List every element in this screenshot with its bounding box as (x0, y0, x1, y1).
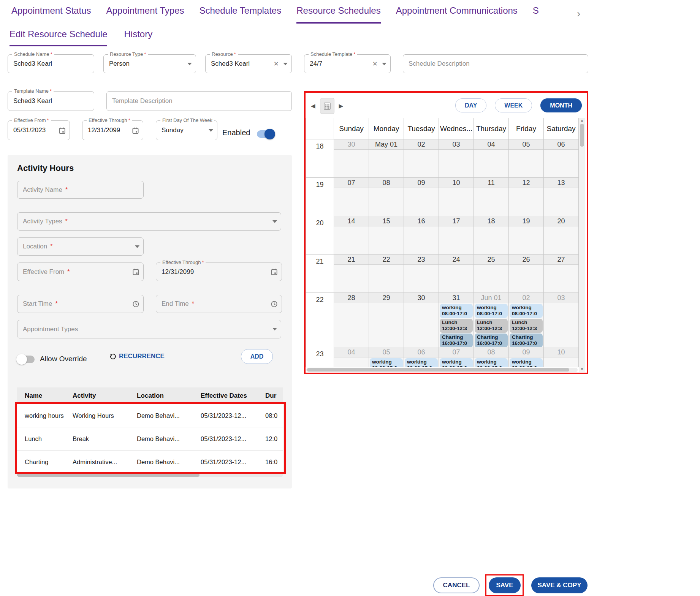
event-charting[interactable]: Charting16:00-17:0 (510, 334, 543, 347)
resource-field[interactable]: Resource* Sched3 Kearl × (205, 54, 292, 73)
location-field[interactable]: Location * (17, 237, 144, 256)
clear-icon[interactable]: × (274, 60, 279, 68)
day-cell[interactable]: 19 (509, 216, 544, 255)
dropdown-arrow-icon[interactable] (272, 220, 277, 223)
table-row[interactable]: working hoursWorking HoursDemo Behavi...… (17, 404, 283, 427)
calendar-horizontal-scrollbar[interactable] (306, 368, 578, 372)
day-cell[interactable]: 04 (474, 139, 509, 178)
recurrence-link[interactable]: RECURRENCE (109, 353, 165, 360)
day-cell[interactable]: 30 (334, 139, 369, 178)
day-cell[interactable]: 14 (334, 216, 369, 255)
event-charting[interactable]: Charting16:00-17:0 (440, 334, 473, 347)
nav-more-icon[interactable]: › (577, 8, 580, 20)
calendar-picker-button[interactable] (320, 98, 334, 114)
activity-effective-through-field[interactable]: Effective Through* 12/31/2099 (156, 262, 282, 281)
day-cell[interactable]: 27 (544, 255, 579, 293)
scroll-down-icon[interactable]: ▼ (580, 367, 584, 371)
allow-override-toggle[interactable] (17, 356, 35, 363)
calendar-icon[interactable] (59, 127, 66, 134)
template-description-field[interactable]: Template Description (106, 91, 292, 111)
day-cell[interactable]: 09working08:00-17:0 (509, 347, 544, 367)
event-lunch[interactable]: Lunch12:00-12:3 (475, 319, 508, 333)
day-cell[interactable]: 02 (404, 139, 439, 178)
calendar-icon[interactable] (132, 268, 139, 275)
day-cell[interactable]: 24 (439, 255, 474, 293)
day-cell[interactable]: 06 (544, 139, 579, 178)
event-working[interactable]: working08:00-17:0 (370, 358, 403, 367)
start-time-field[interactable]: Start Time * (17, 295, 144, 313)
table-row[interactable]: LunchBreakDemo Behavi...05/31/2023-12...… (17, 427, 283, 451)
day-cell[interactable]: 06working08:00-17:0 (404, 347, 439, 367)
view-day-button[interactable]: DAY (455, 98, 486, 112)
effective-from-field[interactable]: Effective From* 05/31/2023 (8, 120, 70, 140)
clear-icon[interactable]: × (372, 60, 377, 68)
day-cell[interactable]: 08 (369, 178, 404, 216)
tab-schedule-templates[interactable]: Schedule Templates (200, 5, 282, 22)
day-cell[interactable]: 03 (439, 139, 474, 178)
day-cell[interactable]: Jun 01working08:00-17:0Lunch12:00-12:3Ch… (474, 293, 509, 347)
day-cell[interactable]: 20 (544, 216, 579, 255)
day-cell[interactable]: 23 (404, 255, 439, 293)
event-lunch[interactable]: Lunch12:00-12:3 (440, 319, 473, 333)
day-cell[interactable]: 05 (509, 139, 544, 178)
activity-effective-from-field[interactable]: Effective From * (17, 262, 144, 281)
day-cell[interactable]: 22 (369, 255, 404, 293)
tab-appointment-types[interactable]: Appointment Types (106, 5, 184, 22)
first-day-of-week-field[interactable]: First Day Of The Week Sunday (156, 120, 217, 140)
enabled-toggle[interactable] (257, 130, 274, 138)
event-working[interactable]: working08:00-17:0 (405, 358, 438, 367)
calendar-icon[interactable] (271, 268, 278, 275)
event-working[interactable]: working08:00-17:0 (475, 304, 508, 318)
scrollbar-thumb[interactable] (307, 368, 569, 372)
effective-through-field[interactable]: Effective Through* 12/31/2099 (82, 120, 143, 140)
event-working[interactable]: working08:00-17:0 (440, 358, 473, 367)
end-time-field[interactable]: End Time * (156, 295, 282, 313)
day-cell[interactable]: 10 (439, 178, 474, 216)
clock-icon[interactable] (132, 300, 139, 308)
day-cell[interactable]: 04 (334, 347, 369, 367)
day-cell[interactable]: 26 (509, 255, 544, 293)
event-lunch[interactable]: Lunch12:00-12:3 (510, 319, 543, 333)
day-cell[interactable]: 30 (404, 293, 439, 347)
subtab-edit-resource-schedule[interactable]: Edit Resource Schedule (10, 29, 107, 46)
schedule-template-field[interactable]: Schedule Template* 24/7 × (304, 54, 391, 73)
appointment-types-field[interactable]: Appointment Types (17, 320, 281, 338)
subtab-history[interactable]: History (124, 29, 152, 46)
save-button[interactable]: SAVE (489, 577, 521, 593)
day-cell[interactable]: 05working08:00-17:0 (369, 347, 404, 367)
clock-icon[interactable] (271, 300, 278, 308)
table-horizontal-scrollbar[interactable] (17, 473, 283, 477)
table-row[interactable]: ChartingAdministrative...Demo Behavi...0… (17, 451, 283, 474)
event-working[interactable]: working08:00-17:0 (475, 358, 508, 367)
day-cell[interactable]: 08working08:00-17:0 (474, 347, 509, 367)
day-cell[interactable]: 11 (474, 178, 509, 216)
calendar-prev-icon[interactable]: ◀ (311, 103, 315, 109)
scroll-up-icon[interactable]: ▲ (580, 119, 584, 122)
event-working[interactable]: working08:00-17:0 (440, 304, 473, 318)
day-cell[interactable]: 03 (544, 293, 579, 347)
day-cell[interactable]: 18 (474, 216, 509, 255)
day-cell[interactable]: 16 (404, 216, 439, 255)
event-working[interactable]: working08:00-17:0 (510, 304, 543, 318)
day-cell[interactable]: 12 (509, 178, 544, 216)
dropdown-arrow-icon[interactable] (209, 129, 213, 132)
day-cell[interactable]: 28 (334, 293, 369, 347)
day-cell[interactable]: 07working08:00-17:0 (439, 347, 474, 367)
day-cell[interactable]: 15 (369, 216, 404, 255)
calendar-next-icon[interactable]: ▶ (339, 103, 344, 109)
day-cell[interactable]: 10 (544, 347, 579, 367)
day-cell[interactable]: 17 (439, 216, 474, 255)
event-charting[interactable]: Charting16:00-17:0 (475, 334, 508, 347)
dropdown-arrow-icon[interactable] (382, 63, 386, 65)
dropdown-arrow-icon[interactable] (283, 63, 288, 65)
scrollbar-thumb[interactable] (580, 124, 584, 147)
tab-appointment-status[interactable]: Appointment Status (11, 5, 91, 22)
view-month-button[interactable]: MONTH (540, 98, 582, 112)
dropdown-arrow-icon[interactable] (135, 245, 139, 248)
day-cell[interactable]: 02working08:00-17:0Lunch12:00-12:3Charti… (509, 293, 544, 347)
tab-resource-schedules[interactable]: Resource Schedules (296, 5, 380, 24)
event-working[interactable]: working08:00-17:0 (510, 358, 543, 367)
day-cell[interactable]: 21 (334, 255, 369, 293)
save-copy-button[interactable]: SAVE & COPY (531, 577, 588, 593)
cancel-button[interactable]: CANCEL (433, 577, 480, 593)
